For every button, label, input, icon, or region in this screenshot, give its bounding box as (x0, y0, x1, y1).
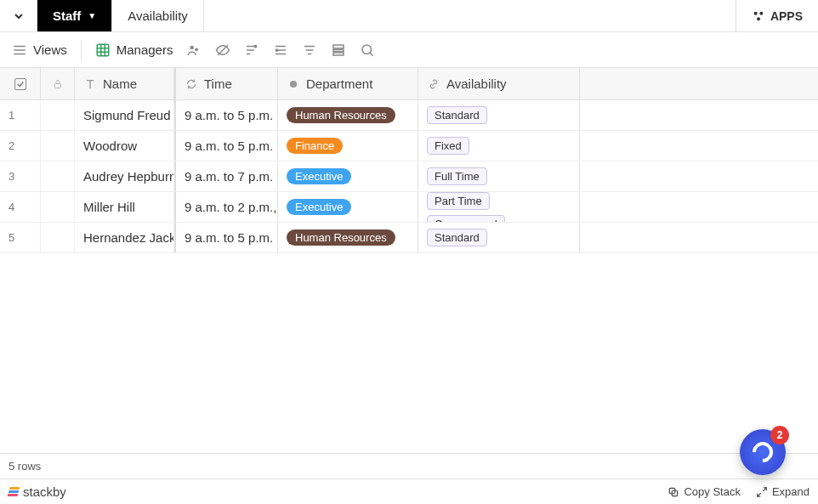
cell-availability[interactable]: Full Time (418, 161, 580, 191)
refresh-icon (185, 77, 198, 91)
table-row[interactable]: 1 Sigmund Freud 9 a.m. to 5 p.m. Human R… (0, 100, 818, 131)
cell-time[interactable]: 9 a.m. to 5 p.m. (176, 223, 278, 252)
table-body[interactable]: 1 Sigmund Freud 9 a.m. to 5 p.m. Human R… (0, 100, 818, 479)
avail-tag: Standard (427, 106, 487, 124)
row-height-icon[interactable] (331, 42, 346, 58)
menu-icon (12, 42, 27, 58)
apps-button[interactable]: APPS (736, 0, 818, 31)
avail-tag: Standard (427, 229, 487, 246)
svg-rect-25 (333, 45, 344, 48)
brand-label: stackby (23, 484, 66, 499)
dept-pill: Finance (287, 138, 343, 154)
cell-department[interactable]: Finance (278, 131, 418, 161)
cell-department[interactable]: Executive (278, 192, 418, 222)
copy-icon (667, 486, 679, 498)
filter-icon[interactable] (244, 42, 259, 58)
col-availability[interactable]: Availability (418, 68, 580, 99)
views-label: Views (33, 42, 67, 57)
svg-line-29 (370, 53, 373, 56)
col-lock (41, 68, 75, 99)
avail-tag: Part Time (427, 192, 490, 210)
hide-fields-icon[interactable] (215, 42, 230, 58)
cell-name[interactable]: Miller Hill (75, 192, 174, 222)
row-number[interactable]: 3 (0, 161, 41, 191)
cell-name[interactable]: Hernandez Jack (75, 223, 174, 252)
apps-icon (752, 9, 765, 23)
cell-availability[interactable]: Part TimeCompressed (418, 192, 580, 222)
svg-rect-6 (97, 44, 109, 56)
grid-icon (95, 42, 111, 58)
table-row[interactable]: 3 Audrey Hepburn 9 a.m. to 7 p.m. Execut… (0, 161, 818, 192)
svg-point-12 (196, 48, 199, 51)
col-name[interactable]: TName (75, 68, 174, 99)
svg-point-28 (362, 45, 372, 54)
dept-pill: Executive (287, 199, 351, 215)
svg-rect-26 (333, 49, 344, 51)
tab-label: Availability (128, 8, 188, 23)
cell-name[interactable]: Woodrow (75, 131, 174, 161)
svg-line-34 (763, 487, 766, 490)
expand-button[interactable]: Expand (756, 485, 809, 498)
dept-pill: Human Resources (287, 107, 395, 123)
cell-time[interactable]: 9 a.m. to 5 p.m. (176, 100, 278, 130)
cell-availability[interactable]: Standard (418, 223, 580, 252)
tab-staff[interactable]: Staff ▼ (37, 0, 112, 31)
views-button[interactable]: Views (12, 42, 67, 58)
brand-logo[interactable]: stackby (9, 484, 66, 499)
svg-rect-30 (54, 83, 60, 88)
table-row[interactable]: 2 Woodrow 9 a.m. to 5 p.m. Finance Fixed (0, 131, 818, 161)
copy-stack-button[interactable]: Copy Stack (667, 485, 740, 498)
svg-point-2 (757, 17, 760, 20)
table-row[interactable]: 4 Miller Hill 9 a.m. to 2 p.m., Executiv… (0, 192, 818, 223)
cell-time[interactable]: 9 a.m. to 2 p.m., (176, 192, 278, 222)
avail-tag: Compressed (427, 215, 505, 222)
cell-availability[interactable]: Fixed (418, 131, 580, 161)
col-select[interactable] (0, 68, 41, 99)
avail-tag: Full Time (427, 167, 487, 185)
col-department[interactable]: Department (278, 68, 418, 99)
lock-icon (53, 79, 63, 89)
dept-pill: Executive (287, 168, 351, 184)
tab-label: Staff (53, 8, 81, 23)
cell-name[interactable]: Audrey Hepburn (75, 161, 174, 191)
row-number[interactable]: 1 (0, 100, 41, 130)
row-number[interactable]: 2 (0, 131, 41, 161)
view-managers[interactable]: Managers (95, 42, 173, 58)
tab-availability[interactable]: Availability (112, 0, 204, 31)
chat-badge: 2 (770, 426, 789, 445)
caret-down-icon: ▼ (88, 11, 96, 20)
cell-department[interactable]: Human Resources (278, 223, 418, 252)
expand-icon (756, 486, 768, 498)
status-bar: 5 rows (0, 453, 818, 479)
footer: stackby Copy Stack Expand (0, 479, 818, 504)
col-time[interactable]: Time (176, 68, 278, 99)
row-number[interactable]: 5 (0, 223, 41, 252)
checkbox-icon (14, 78, 26, 90)
svg-line-35 (758, 493, 761, 496)
cell-department[interactable]: Executive (278, 161, 418, 191)
row-count: 5 rows (9, 460, 41, 473)
sort-icon[interactable] (302, 42, 317, 58)
circle-icon (287, 77, 300, 91)
row-number[interactable]: 4 (0, 192, 41, 222)
cell-availability[interactable]: Standard (418, 100, 580, 130)
chat-fab[interactable]: 2 (740, 429, 786, 475)
cell-department[interactable]: Human Resources (278, 100, 418, 130)
apps-label: APPS (770, 9, 803, 23)
text-icon: T (83, 77, 97, 91)
chevron-down-icon (12, 9, 26, 23)
svg-point-21 (276, 48, 278, 50)
collapse-chevron[interactable] (0, 0, 37, 31)
dept-pill: Human Resources (287, 229, 395, 246)
svg-point-31 (290, 80, 297, 87)
svg-rect-27 (333, 53, 344, 55)
managers-label: Managers (116, 42, 173, 57)
cell-time[interactable]: 9 a.m. to 7 p.m. (176, 161, 278, 191)
data-table: TName Time Department Availability 1 Sig… (0, 68, 818, 479)
search-icon[interactable] (360, 42, 375, 58)
cell-time[interactable]: 9 a.m. to 5 p.m. (176, 131, 278, 161)
cell-name[interactable]: Sigmund Freud (75, 100, 174, 130)
group-icon[interactable] (273, 42, 288, 58)
share-icon[interactable] (186, 42, 202, 58)
table-row[interactable]: 5 Hernandez Jack 9 a.m. to 5 p.m. Human … (0, 223, 818, 253)
